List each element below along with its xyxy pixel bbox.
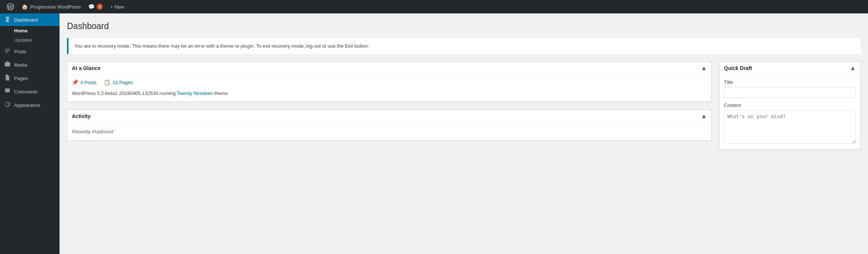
dashboard-icon: 🎛 — [4, 16, 11, 23]
admin-bar: 🏠 Progressive WordPress 💬 0 + New — [0, 0, 868, 13]
title-input[interactable] — [724, 87, 856, 98]
glance-posts-count: 4 Posts — [80, 80, 96, 85]
quick-draft-title: Quick Draft — [724, 65, 752, 71]
glance-posts-item[interactable]: 📌 4 Posts — [72, 79, 96, 85]
sidebar-item-appearance[interactable]: Appearance — [0, 98, 60, 112]
pages-label: Pages — [14, 76, 28, 81]
recovery-notice: You are in recovery mode. This means the… — [67, 38, 861, 54]
pages-icon — [4, 74, 11, 82]
sidebar-item-dashboard[interactable]: 🎛 Dashboard — [0, 13, 60, 26]
sidebar-item-media[interactable]: Media — [0, 58, 60, 72]
glance-pages-count: 10 Pages — [112, 80, 133, 85]
sidebar-dashboard-label: Dashboard — [14, 17, 38, 23]
content-label: Content — [724, 102, 856, 108]
activity-body: Recently Published — [67, 123, 711, 140]
dashboard-right-column: Quick Draft ▲ Title Content — [719, 61, 861, 157]
title-label: Title — [724, 79, 856, 85]
svg-rect-0 — [5, 62, 10, 66]
updates-sub-label: Updates — [14, 37, 32, 43]
activity-widget: Activity ▲ Recently Published — [67, 109, 712, 141]
activity-header: Activity ▲ — [67, 110, 711, 123]
comments-sidebar-icon — [4, 88, 11, 95]
at-a-glance-toggle[interactable]: ▲ — [701, 65, 707, 72]
quick-draft-body: Title Content — [719, 75, 860, 149]
home-icon: 🏠 — [22, 4, 28, 10]
activity-title: Activity — [72, 113, 91, 119]
page-icon: 📋 — [104, 79, 110, 85]
dashboard-left-column: At a Glance ▲ 📌 4 Posts 📋 — [67, 61, 712, 148]
media-label: Media — [14, 62, 27, 68]
sidebar-item-pages[interactable]: Pages — [0, 72, 60, 85]
at-a-glance-widget: At a Glance ▲ 📌 4 Posts 📋 — [67, 61, 712, 102]
quick-draft-widget: Quick Draft ▲ Title Content — [719, 61, 861, 150]
quick-draft-toggle[interactable]: ▲ — [850, 65, 856, 72]
quick-draft-header: Quick Draft ▲ — [719, 62, 860, 75]
new-content-button[interactable]: + New — [106, 0, 128, 13]
wp-logo-icon — [7, 3, 14, 10]
appearance-icon — [4, 101, 11, 109]
sidebar-item-comments[interactable]: Comments — [0, 85, 60, 98]
glance-description: WordPress 5.2-beta1-20190405.132530 runn… — [72, 90, 707, 97]
at-a-glance-body: 📌 4 Posts 📋 10 Pages WordPress 5.2-beta1… — [67, 75, 711, 102]
pin-icon: 📌 — [72, 79, 78, 85]
wp-logo-button[interactable] — [3, 0, 18, 13]
comments-label: Comments — [14, 89, 38, 95]
posts-icon — [4, 48, 11, 55]
site-name-label: Progressive WordPress — [30, 4, 81, 10]
wp-wrap: 🎛 Dashboard Home Updates Posts Media — [0, 13, 868, 254]
page-title: Dashboard — [67, 21, 861, 32]
content-wrap: Dashboard You are in recovery mode. This… — [60, 13, 868, 157]
sidebar-item-posts[interactable]: Posts — [0, 45, 60, 58]
theme-link[interactable]: Twenty Nineteen — [177, 91, 213, 96]
sidebar: 🎛 Dashboard Home Updates Posts Media — [0, 13, 60, 254]
media-icon — [4, 61, 11, 69]
main-content: Dashboard You are in recovery mode. This… — [60, 13, 868, 254]
comments-button[interactable]: 💬 0 — [84, 0, 106, 13]
recently-published-label: Recently Published — [72, 127, 707, 136]
sidebar-subitem-updates[interactable]: Updates — [0, 35, 60, 45]
site-name-button[interactable]: 🏠 Progressive WordPress — [18, 0, 84, 13]
notice-text: You are in recovery mode. This means the… — [74, 43, 369, 49]
posts-label: Posts — [14, 49, 26, 54]
sidebar-subitem-home[interactable]: Home — [0, 26, 60, 35]
comments-count: 0 — [97, 4, 103, 10]
theme-suffix: theme. — [213, 91, 229, 96]
home-sub-label: Home — [14, 28, 28, 34]
wp-version-text: WordPress 5.2-beta1-20190405.132530 runn… — [72, 91, 177, 96]
comments-icon: 💬 — [88, 4, 95, 10]
glance-items: 📌 4 Posts 📋 10 Pages — [72, 79, 707, 85]
content-textarea[interactable] — [724, 110, 856, 144]
new-label: + New — [110, 4, 124, 10]
at-a-glance-header: At a Glance ▲ — [67, 62, 711, 75]
activity-toggle[interactable]: ▲ — [701, 113, 707, 120]
at-a-glance-title: At a Glance — [72, 65, 100, 71]
appearance-label: Appearance — [14, 102, 40, 108]
glance-pages-item[interactable]: 📋 10 Pages — [104, 79, 133, 85]
dashboard-columns: At a Glance ▲ 📌 4 Posts 📋 — [67, 61, 861, 157]
